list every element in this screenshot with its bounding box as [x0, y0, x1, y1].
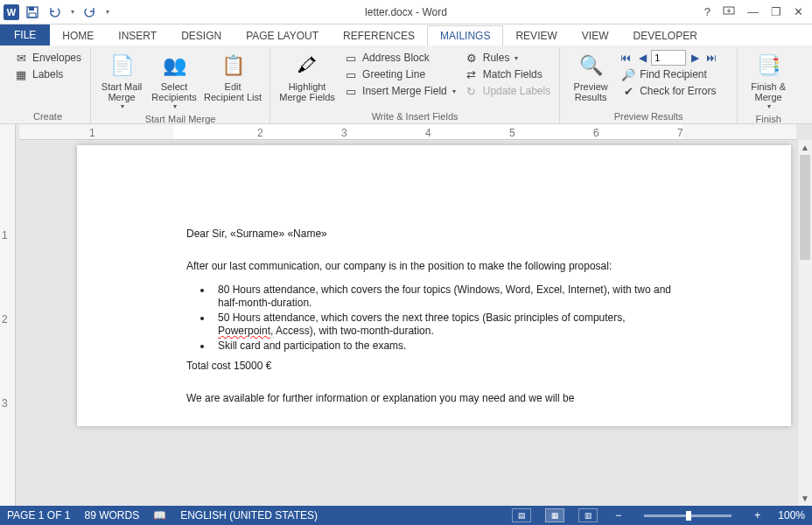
doc-bullet-2-pre: 50 Hours attendance, which covers the ne…	[218, 312, 626, 324]
minimize-button[interactable]: —	[747, 5, 759, 18]
tab-view[interactable]: VIEW	[570, 26, 621, 46]
envelopes-button[interactable]: ✉ Envelopes	[10, 50, 85, 66]
hruler-tick: 2	[257, 127, 263, 139]
doc-greeting[interactable]: Dear Sir, «Surname» «Name»	[186, 228, 682, 241]
edit-list-icon: 📋	[219, 52, 247, 80]
document-page[interactable]: Dear Sir, «Surname» «Name» After our las…	[77, 145, 791, 426]
address-block-label: Address Block	[362, 52, 430, 64]
tab-file[interactable]: FILE	[0, 24, 50, 46]
save-button[interactable]	[23, 3, 42, 22]
word-app-icon[interactable]: W	[4, 4, 19, 20]
tab-references[interactable]: REFERENCES	[331, 26, 427, 46]
finish-merge-button[interactable]: 📑 Finish &Merge ▾	[743, 50, 794, 112]
doc-total[interactable]: Total cost 15000 €	[186, 360, 682, 373]
highlight-icon: 🖍	[293, 52, 321, 80]
scroll-down-button[interactable]: ▼	[798, 491, 812, 506]
rules-button[interactable]: ⚙ Rules ▾	[461, 50, 554, 66]
document-area: 1 2 3 4 5 6 7 Dear Sir, «Surname» «Name»…	[16, 124, 812, 506]
ribbon-tabs: FILE HOME INSERT DESIGN PAGE LAYOUT REFE…	[0, 24, 812, 46]
doc-bullet-1[interactable]: 80 Hours attendance, which covers the fo…	[213, 284, 682, 310]
greeting-line-label: Greeting Line	[362, 68, 425, 80]
group-write-insert: 🖍 HighlightMerge Fields ▭ Address Block …	[270, 48, 560, 123]
group-start-mail-merge: 📄 Start MailMerge ▾ 👥 SelectRecipients ▾…	[91, 48, 270, 123]
match-fields-button[interactable]: ⇄ Match Fields	[461, 66, 554, 82]
finish-icon: 📑	[754, 52, 782, 80]
doc-bullet-list[interactable]: 80 Hours attendance, which covers the fo…	[213, 284, 682, 353]
group-preview-label: Preview Results	[565, 109, 732, 123]
labels-icon: ▦	[14, 67, 28, 81]
ribbon-display-button[interactable]	[723, 5, 735, 18]
edit-recipient-list-button[interactable]: 📋 EditRecipient List	[201, 50, 264, 104]
status-page[interactable]: PAGE 1 OF 1	[7, 509, 70, 522]
select-recipients-button[interactable]: 👥 SelectRecipients ▾	[149, 50, 200, 112]
vertical-ruler[interactable]: 1 2 3	[0, 124, 16, 506]
prev-record-button[interactable]: ◀	[634, 50, 650, 66]
view-print-layout-button[interactable]: ▦	[545, 508, 564, 522]
redo-button[interactable]	[80, 3, 100, 22]
tab-page-layout[interactable]: PAGE LAYOUT	[234, 26, 331, 46]
start-mail-merge-label: Start MailMerge	[102, 81, 142, 102]
document-title: letter.docx - Word	[365, 6, 447, 18]
horizontal-ruler[interactable]: 1 2 3 4 5 6 7	[19, 124, 796, 140]
start-mail-merge-button[interactable]: 📄 Start MailMerge ▾	[96, 50, 147, 112]
doc-bullet-3[interactable]: Skill card and participation to the exam…	[213, 340, 682, 353]
quick-access-toolbar: W ▾ ▾	[0, 3, 112, 22]
check-errors-label: Check for Errors	[640, 85, 716, 97]
tab-insert[interactable]: INSERT	[106, 26, 169, 46]
zoom-slider[interactable]	[644, 514, 732, 517]
qat-customize-dropdown[interactable]: ▾	[103, 8, 112, 16]
close-button[interactable]: ✕	[794, 5, 803, 18]
restore-button[interactable]: ❐	[771, 5, 781, 18]
tab-home[interactable]: HOME	[50, 26, 106, 46]
zoom-out-button[interactable]: −	[612, 509, 625, 522]
status-words[interactable]: 89 WORDS	[84, 509, 139, 522]
undo-dropdown[interactable]: ▾	[68, 8, 77, 16]
highlight-merge-fields-button[interactable]: 🖍 HighlightMerge Fields	[276, 50, 339, 104]
labels-label: Labels	[32, 68, 63, 80]
status-proofing-icon[interactable]: 📖	[153, 509, 166, 522]
edit-recipient-list-label: EditRecipient List	[204, 81, 262, 102]
vertical-scrollbar[interactable]: ▲ ▼	[797, 140, 812, 506]
view-read-mode-button[interactable]: ▤	[512, 508, 531, 522]
doc-closing[interactable]: We are available for further information…	[186, 392, 682, 405]
undo-button[interactable]	[46, 3, 65, 22]
vruler-tick: 2	[2, 313, 8, 326]
tab-design[interactable]: DESIGN	[169, 26, 234, 46]
labels-button[interactable]: ▦ Labels	[10, 66, 85, 82]
greeting-icon: ▭	[344, 67, 358, 81]
greeting-line-button[interactable]: ▭ Greeting Line	[340, 66, 459, 82]
match-icon: ⇄	[465, 67, 479, 81]
mail-merge-icon: 📄	[108, 52, 136, 80]
doc-bullet-2[interactable]: 50 Hours attendance, which covers the ne…	[213, 312, 682, 338]
doc-intro[interactable]: After our last communication, our compan…	[186, 260, 682, 273]
scroll-up-button[interactable]: ▲	[798, 140, 812, 155]
find-recipient-button[interactable]: 🔎 Find Recipient	[618, 66, 732, 82]
help-button[interactable]: ?	[704, 5, 710, 18]
preview-results-button[interactable]: 🔍 PreviewResults	[565, 50, 616, 104]
record-number-input[interactable]	[651, 50, 686, 66]
last-record-button[interactable]: ⏭	[704, 50, 719, 66]
title-bar: W ▾ ▾ letter.docx - Word ? — ❐ ✕	[0, 0, 812, 24]
hruler-tick: 1	[89, 127, 95, 139]
select-recipients-label: SelectRecipients	[151, 81, 196, 102]
view-web-layout-button[interactable]: ▥	[578, 508, 598, 522]
svg-rect-1	[29, 7, 34, 10]
scroll-thumb[interactable]	[800, 155, 810, 260]
first-record-button[interactable]: ⏮	[618, 50, 634, 66]
doc-bullet-2-post: Access), with two-month-duration.	[273, 325, 433, 337]
update-labels-label: Update Labels	[483, 85, 550, 97]
zoom-in-button[interactable]: +	[751, 509, 764, 522]
tab-mailings[interactable]: MAILINGS	[427, 25, 503, 46]
envelopes-label: Envelopes	[32, 52, 81, 64]
tab-review[interactable]: REVIEW	[503, 26, 569, 46]
find-icon: 🔎	[621, 67, 635, 81]
next-record-button[interactable]: ▶	[687, 50, 703, 66]
zoom-level[interactable]: 100%	[778, 509, 805, 522]
status-language[interactable]: ENGLISH (UNITED STATES)	[180, 509, 318, 522]
zoom-slider-knob[interactable]	[686, 511, 691, 521]
tab-developer[interactable]: DEVELOPER	[620, 26, 709, 46]
address-block-button[interactable]: ▭ Address Block	[340, 50, 459, 66]
insert-merge-field-button[interactable]: ▭ Insert Merge Field ▾	[340, 83, 459, 99]
check-errors-button[interactable]: ✔ Check for Errors	[618, 83, 732, 99]
window-controls: ? — ❐ ✕	[704, 5, 812, 18]
